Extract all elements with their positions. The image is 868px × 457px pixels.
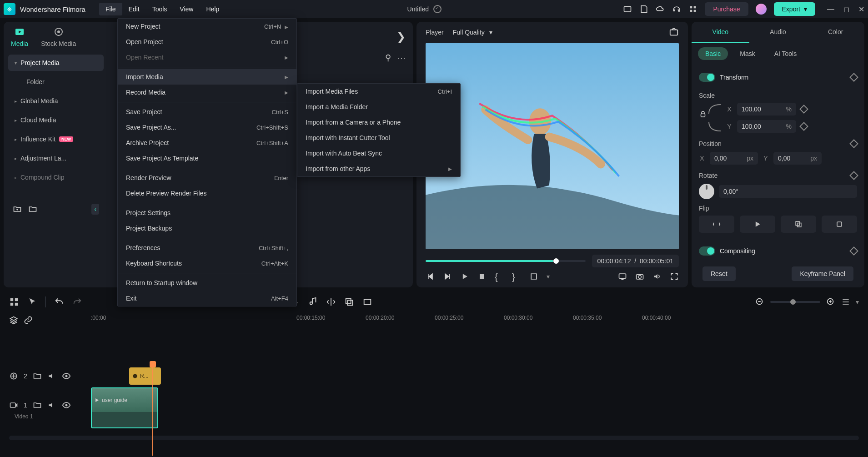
- crop-icon[interactable]: [529, 272, 538, 281]
- chevron-down-icon[interactable]: ▾: [856, 298, 859, 306]
- menu-record-media[interactable]: Record Media▶: [118, 85, 296, 100]
- new-folder-icon[interactable]: [13, 205, 22, 214]
- menu-import-media[interactable]: Import Media▶: [118, 69, 296, 85]
- prop-tab-audio[interactable]: Audio: [749, 22, 807, 43]
- sidebar-influence-kit[interactable]: ▸Influence KitNEW: [8, 131, 104, 147]
- sidebar-compound-clip[interactable]: ▸Compound Clip: [8, 169, 104, 186]
- frame-icon[interactable]: [362, 297, 372, 307]
- sidebar-folder[interactable]: Folder: [8, 74, 104, 90]
- menu-save-as-template[interactable]: Save Project As Template: [118, 151, 296, 166]
- folder-track-icon[interactable]: [33, 401, 42, 410]
- layers-icon[interactable]: [9, 316, 18, 325]
- scrub-bar[interactable]: [426, 260, 586, 262]
- menu-preferences[interactable]: PreferencesCtrl+Shift+,: [118, 240, 296, 256]
- cloud-icon[interactable]: [656, 5, 665, 14]
- quality-selector[interactable]: Full Quality▾: [453, 29, 492, 36]
- stop-icon[interactable]: [477, 272, 487, 281]
- subtab-ai-tools[interactable]: AI Tools: [767, 47, 804, 60]
- volume-icon[interactable]: [652, 272, 662, 281]
- submenu-import-instant-cutter[interactable]: Import with Instant Cutter Tool: [297, 130, 460, 146]
- purchase-button[interactable]: Purchase: [705, 2, 748, 16]
- zoom-slider[interactable]: [770, 301, 820, 303]
- maximize-button[interactable]: ◻: [843, 5, 849, 14]
- cursor-icon[interactable]: [27, 297, 37, 307]
- redo-icon[interactable]: [72, 297, 82, 307]
- menu-edit[interactable]: Edit: [122, 3, 146, 15]
- rotate-knob[interactable]: [699, 184, 714, 199]
- menu-return-startup[interactable]: Return to Startup window: [118, 275, 296, 291]
- flip-vertical-button[interactable]: [740, 216, 775, 233]
- scale-x-keyframe-icon[interactable]: [799, 105, 808, 114]
- sidebar-adjustment-layer[interactable]: ▸Adjustment La...: [8, 150, 104, 166]
- rotate-input[interactable]: 0,00°: [719, 185, 857, 198]
- rotate-keyframe-icon[interactable]: [849, 171, 858, 180]
- video-preview[interactable]: [426, 43, 679, 249]
- subtab-basic[interactable]: Basic: [698, 47, 728, 60]
- menu-project-settings[interactable]: Project Settings: [118, 205, 296, 221]
- menu-render-preview[interactable]: Render PreviewEnter: [118, 170, 296, 186]
- grid-icon[interactable]: [9, 297, 19, 307]
- prev-frame-icon[interactable]: [426, 272, 435, 281]
- menu-delete-preview[interactable]: Delete Preview Render Files: [118, 186, 296, 201]
- menu-help[interactable]: Help: [200, 3, 226, 15]
- play-icon[interactable]: [460, 272, 469, 281]
- transform-toggle[interactable]: [699, 73, 715, 82]
- timeline-scrollbar[interactable]: [9, 436, 859, 440]
- menu-save-project-as[interactable]: Save Project As...Ctrl+Shift+S: [118, 120, 296, 135]
- menu-new-project[interactable]: New ProjectCtrl+N ▶: [118, 19, 296, 34]
- sync-status-icon[interactable]: [433, 5, 442, 13]
- more-options-icon[interactable]: ⋯: [397, 53, 406, 63]
- save-icon[interactable]: [639, 5, 648, 14]
- position-x-input[interactable]: 0,00px: [710, 152, 758, 165]
- split-icon[interactable]: [326, 297, 336, 307]
- menu-open-project[interactable]: Open ProjectCtrl+O: [118, 34, 296, 50]
- user-avatar[interactable]: [756, 4, 767, 15]
- sidebar-cloud-media[interactable]: ▸Cloud Media: [8, 112, 104, 128]
- submenu-import-folder[interactable]: Import a Media Folder: [297, 99, 460, 115]
- zoom-out-icon[interactable]: [755, 297, 765, 307]
- effect-clip[interactable]: R...: [129, 367, 161, 385]
- menu-view[interactable]: View: [173, 3, 200, 15]
- eye-track-icon[interactable]: [62, 372, 71, 381]
- flip-reset-button[interactable]: [822, 216, 857, 233]
- mute-track-icon[interactable]: [47, 372, 56, 381]
- position-keyframe-icon[interactable]: [849, 139, 858, 148]
- prop-tab-video[interactable]: Video: [692, 22, 749, 43]
- mute-track-icon[interactable]: [47, 401, 56, 410]
- menu-tools[interactable]: Tools: [146, 3, 174, 15]
- display-icon[interactable]: [618, 272, 627, 281]
- folder-icon[interactable]: [28, 205, 37, 214]
- sidebar-global-media[interactable]: ▸Global Media: [8, 93, 104, 109]
- prop-tab-color[interactable]: Color: [807, 22, 864, 43]
- camera-icon[interactable]: [635, 272, 644, 281]
- submenu-import-beat-sync[interactable]: Import with Auto Beat Sync: [297, 146, 460, 161]
- flip-copy-button[interactable]: [781, 216, 816, 233]
- link-icon[interactable]: [24, 316, 33, 325]
- submenu-import-files[interactable]: Import Media FilesCtrl+I: [297, 84, 460, 99]
- close-button[interactable]: ✕: [858, 5, 864, 14]
- lock-icon[interactable]: [699, 110, 707, 118]
- chevron-down-icon[interactable]: ▾: [547, 273, 550, 280]
- export-button[interactable]: Export▾: [774, 2, 815, 16]
- mark-in-icon[interactable]: {: [495, 272, 504, 281]
- music-icon[interactable]: [308, 297, 318, 307]
- zoom-in-icon[interactable]: [826, 297, 836, 307]
- playhead[interactable]: [152, 365, 153, 456]
- headphones-icon[interactable]: [672, 5, 681, 14]
- tab-stock-media[interactable]: Stock Media: [41, 26, 76, 47]
- reset-button[interactable]: Reset: [702, 266, 736, 281]
- list-view-icon[interactable]: [841, 297, 850, 306]
- play-reverse-icon[interactable]: [443, 272, 452, 281]
- filter-icon[interactable]: ⚲: [385, 53, 391, 63]
- subtab-mask[interactable]: Mask: [733, 47, 762, 60]
- folder-track-icon[interactable]: [33, 372, 42, 381]
- undo-icon[interactable]: [54, 297, 64, 307]
- eye-track-icon[interactable]: [62, 401, 71, 410]
- compositing-toggle[interactable]: [699, 246, 715, 256]
- scale-x-input[interactable]: 100,00%: [737, 103, 796, 116]
- duplicate-icon[interactable]: [344, 297, 354, 307]
- menu-exit[interactable]: ExitAlt+F4: [118, 291, 296, 306]
- video-clip[interactable]: user guide: [91, 387, 158, 428]
- minimize-button[interactable]: —: [827, 5, 834, 14]
- transform-keyframe-icon[interactable]: [849, 73, 858, 82]
